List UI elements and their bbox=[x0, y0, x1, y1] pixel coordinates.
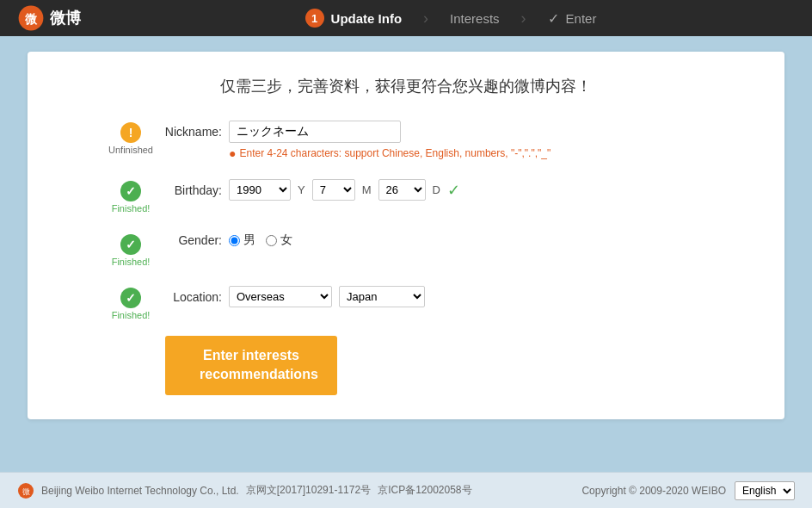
main-content: 仅需三步，完善资料，获得更符合您兴趣的微博内容！ ! Unfinished Ni… bbox=[0, 36, 812, 472]
nickname-field-row: Nickname: bbox=[162, 121, 551, 143]
weibo-logo-icon: 微 bbox=[17, 4, 45, 32]
birthday-row: ✓ Finished! Birthday: 1990 Y 7 M 26 bbox=[114, 179, 750, 214]
success-icon-2: ✓ bbox=[120, 234, 141, 255]
birthday-status-label: Finished! bbox=[112, 203, 151, 214]
birthday-month-select[interactable]: 7 bbox=[312, 179, 355, 201]
submit-button[interactable]: Enter interestsrecommendations bbox=[165, 336, 337, 395]
location-status: ✓ Finished! bbox=[114, 286, 148, 320]
gender-status-label: Finished! bbox=[112, 257, 151, 267]
birthday-label: Birthday: bbox=[162, 183, 222, 197]
step3-check-icon: ✓ bbox=[548, 10, 559, 27]
steps-nav: 1 Update Info › Interests › ✓ Enter bbox=[107, 9, 795, 28]
footer-right: Copyright © 2009-2020 WEIBO English 中文 bbox=[581, 481, 795, 500]
header: 微 微博 1 Update Info › Interests › ✓ Enter bbox=[0, 0, 812, 36]
gender-female-label: 女 bbox=[280, 232, 292, 248]
location-field-row: Location: Overseas Japan bbox=[162, 286, 425, 307]
step-divider-1: › bbox=[423, 9, 428, 28]
logo-area: 微 微博 bbox=[17, 4, 81, 32]
step2-label: Interests bbox=[450, 11, 500, 26]
nickname-label: Nickname: bbox=[162, 125, 222, 139]
gender-radio-group: 男 女 bbox=[229, 232, 292, 248]
step1-number: 1 bbox=[305, 9, 324, 28]
gender-status: ✓ Finished! bbox=[114, 232, 148, 267]
form-card: 仅需三步，完善资料，获得更符合您兴趣的微博内容！ ! Unfinished Ni… bbox=[28, 52, 784, 419]
logo-text: 微博 bbox=[50, 8, 81, 28]
birthday-check-icon: ✓ bbox=[447, 181, 460, 200]
birthday-field-row: Birthday: 1990 Y 7 M 26 D ✓ bbox=[162, 179, 460, 201]
success-icon-1: ✓ bbox=[120, 181, 141, 201]
gender-female-option[interactable]: 女 bbox=[266, 232, 292, 248]
step-update-info: 1 Update Info bbox=[288, 9, 420, 28]
month-unit: M bbox=[362, 183, 372, 196]
svg-text:微: 微 bbox=[24, 12, 38, 26]
gender-label: Gender: bbox=[162, 233, 222, 247]
birthday-status: ✓ Finished! bbox=[114, 179, 148, 214]
day-unit: D bbox=[433, 183, 440, 196]
location-status-label: Finished! bbox=[112, 310, 151, 320]
footer-icp: 京ICP备12002058号 bbox=[378, 483, 471, 498]
success-icon-3: ✓ bbox=[120, 288, 141, 308]
gender-female-radio[interactable] bbox=[266, 235, 277, 246]
year-unit: Y bbox=[298, 183, 305, 196]
gender-male-option[interactable]: 男 bbox=[229, 232, 255, 248]
nickname-input[interactable] bbox=[229, 121, 401, 143]
gender-row: ✓ Finished! Gender: 男 女 bbox=[114, 232, 750, 267]
nickname-row: ! Unfinished Nickname: ● Enter 4-24 char… bbox=[114, 121, 750, 160]
error-icon: ● bbox=[229, 146, 236, 160]
nickname-error: ● Enter 4-24 characters: support Chinese… bbox=[229, 146, 551, 160]
step1-label: Update Info bbox=[331, 11, 403, 26]
location-country-select[interactable]: Japan bbox=[339, 286, 425, 307]
footer-logo-icon: 微 bbox=[17, 482, 34, 499]
nickname-status-label: Unfinished bbox=[108, 145, 153, 155]
footer-copyright: Copyright © 2009-2020 WEIBO bbox=[581, 485, 726, 497]
footer-license: 京网文[2017]10291-1172号 bbox=[246, 483, 371, 498]
step-divider-2: › bbox=[521, 9, 526, 28]
location-row: ✓ Finished! Location: Overseas Japan bbox=[114, 286, 750, 320]
footer-company: Beijing Weibo Internet Technology Co., L… bbox=[41, 485, 239, 497]
card-title: 仅需三步，完善资料，获得更符合您兴趣的微博内容！ bbox=[62, 76, 750, 96]
footer: 微 Beijing Weibo Internet Technology Co.,… bbox=[0, 472, 812, 508]
gender-male-radio[interactable] bbox=[229, 235, 240, 246]
nickname-error-text: Enter 4-24 characters: support Chinese, … bbox=[239, 147, 551, 159]
form-section: ! Unfinished Nickname: ● Enter 4-24 char… bbox=[114, 121, 750, 320]
svg-text:微: 微 bbox=[22, 487, 30, 496]
birthday-year-select[interactable]: 1990 bbox=[229, 179, 291, 201]
location-label: Location: bbox=[162, 290, 222, 304]
nickname-field-area: Nickname: ● Enter 4-24 characters: suppo… bbox=[162, 121, 551, 160]
language-select[interactable]: English 中文 bbox=[735, 481, 795, 500]
birthday-day-select[interactable]: 26 bbox=[378, 179, 426, 201]
step-interests: Interests bbox=[433, 11, 517, 26]
step-enter: ✓ Enter bbox=[531, 10, 614, 27]
location-region-select[interactable]: Overseas bbox=[229, 286, 332, 307]
gender-field-row: Gender: 男 女 bbox=[162, 232, 292, 248]
step3-label: Enter bbox=[566, 11, 597, 26]
warning-icon: ! bbox=[120, 122, 141, 143]
nickname-status: ! Unfinished bbox=[114, 121, 148, 155]
gender-male-label: 男 bbox=[243, 232, 255, 248]
footer-left: 微 Beijing Weibo Internet Technology Co.,… bbox=[17, 482, 472, 499]
